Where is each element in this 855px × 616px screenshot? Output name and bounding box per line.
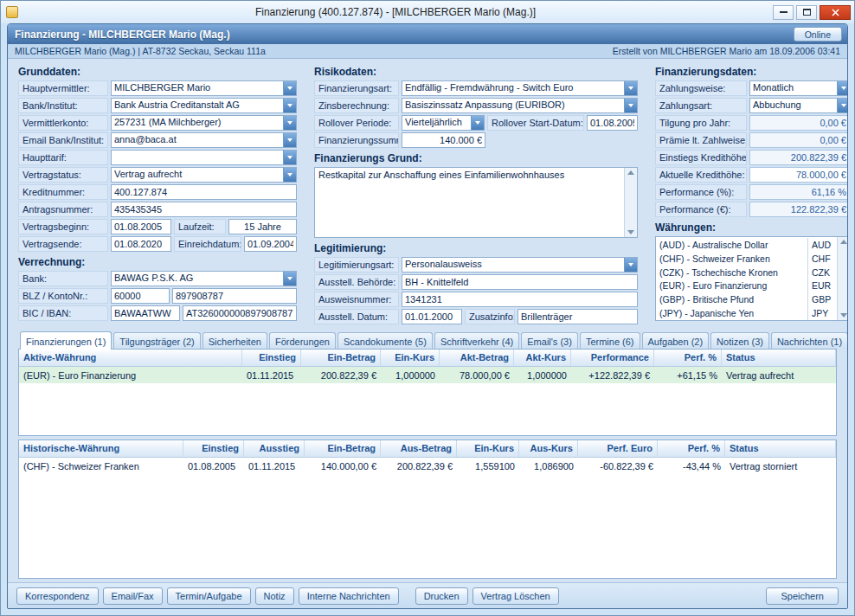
column-header[interactable]: Performance (571, 350, 654, 366)
titlebar[interactable]: Finanzierung (400.127.874) - [MILCHBERGE… (1, 1, 854, 23)
kreditnummer-label: Kreditnummer: (18, 184, 108, 200)
zahlungsweise-select[interactable]: Monatlich (749, 80, 847, 96)
currency-item[interactable]: (JPY) - Japanische Yen JPY (656, 306, 837, 320)
column-header[interactable]: Ein-Kurs (457, 440, 519, 457)
online-button[interactable]: Online (794, 27, 842, 42)
column-header[interactable]: Ein-Betrag (301, 350, 381, 366)
column-header[interactable]: Einstieg (183, 440, 244, 457)
column-header[interactable]: Einstieg (242, 350, 301, 366)
termin-aufgabe-button[interactable]: Termin/Aufgabe (167, 587, 251, 605)
tab-scandokumente[interactable]: Scandokumente (5) (338, 332, 433, 349)
chevron-down-icon (283, 168, 296, 182)
hauptvermittler-select[interactable]: MILCHBERGER Mario (111, 80, 297, 96)
minimize-button[interactable] (773, 5, 794, 20)
vertragsbeginn-input[interactable] (111, 219, 171, 234)
column-header[interactable]: Akt-Betrag (440, 350, 514, 366)
column-header[interactable]: Aktive-Währung (19, 350, 242, 366)
rollover-start-input[interactable] (587, 115, 638, 131)
column-header[interactable]: Ein-Betrag (305, 440, 381, 457)
drucken-button[interactable]: Drucken (415, 587, 468, 605)
verrechnung-bank-select[interactable]: BAWAG P.S.K. AG (111, 271, 297, 286)
tab-notizen[interactable]: Notizen (3) (710, 332, 769, 349)
column-header[interactable]: Status (725, 440, 836, 457)
speichern-button[interactable]: Speichern (766, 587, 839, 605)
bank-institut-select[interactable]: Bank Austria Creditanstalt AG (111, 98, 297, 113)
finanzierungs-grund-textarea[interactable]: Restkapital zur Anschaffung eines Einfam… (315, 168, 624, 237)
email-fax-button[interactable]: Email/Fax (103, 587, 163, 605)
maximize-button[interactable] (796, 5, 817, 20)
main-content: Grunddaten: Hauptvermittler: MILCHBERGER… (8, 59, 847, 582)
tab-sicherheiten[interactable]: Sicherheiten (202, 332, 267, 349)
finanzierungsart-select[interactable]: Endfällig - Fremdwährung - Switch Euro (402, 80, 638, 96)
scroll-down-icon[interactable] (627, 230, 634, 234)
currency-item[interactable]: (CZK) - Tschechische Kronen CZK (656, 266, 837, 279)
column-header[interactable]: Perf. Euro (578, 440, 658, 457)
tab-termine[interactable]: Termine (6) (580, 332, 640, 349)
korrespondenz-button[interactable]: Korrespondenz (16, 587, 99, 605)
notiz-button[interactable]: Notiz (255, 587, 294, 605)
email-bank-select[interactable]: anna@baca.at (111, 132, 297, 148)
scroll-up-icon[interactable] (627, 170, 634, 175)
antragsnummer-label: Antragsnummer: (18, 202, 108, 217)
ausstell-behoerde-row: Ausstell. Behörde: (314, 274, 638, 290)
table-row[interactable]: (EUR) - Euro Finanzierung 01.11.2015 200… (19, 367, 836, 383)
column-header[interactable]: Aus-Betrag (381, 440, 457, 457)
iban-input[interactable] (183, 305, 297, 321)
currency-item[interactable]: (GBP) - Britische Pfund GBP (656, 292, 837, 306)
vertragsbeginn-row: Vertragsbeginn: Laufzeit: (18, 219, 297, 234)
scrollbar[interactable] (624, 168, 637, 237)
vertragstatus-select[interactable]: Vertrag aufrecht (111, 167, 297, 183)
column-header[interactable]: Perf. % (654, 350, 722, 366)
blz-input[interactable] (111, 288, 170, 304)
ausstell-behoerde-input[interactable] (402, 274, 638, 290)
chevron-down-icon (283, 151, 296, 164)
currency-item[interactable]: (AUD) - Australische Dollar AUD (656, 238, 837, 252)
column-header[interactable]: Aus-Kurs (519, 440, 578, 457)
vertragsende-input[interactable] (111, 236, 171, 252)
column-header[interactable]: Perf. % (658, 440, 725, 457)
currency-item[interactable]: (EUR) - Euro Finanzierung EUR (656, 279, 837, 292)
kreditnummer-input[interactable] (111, 184, 297, 200)
praemie-row: Prämie lt. Zahlweise: 0,00 € (655, 132, 847, 148)
scroll-down-icon[interactable] (840, 313, 847, 318)
column-header[interactable]: Akt-Kurs (514, 350, 571, 366)
column-header[interactable]: Historische-Währung (19, 440, 183, 457)
tab-emails[interactable]: Email's (3) (521, 332, 578, 349)
ausstell-datum-input[interactable] (402, 309, 462, 324)
finanzierungssumme-input[interactable] (402, 132, 485, 148)
waehrungen-listbox: (AUD) - Australische Dollar AUD (CHF) - … (655, 236, 847, 321)
column-header[interactable]: Status (722, 350, 836, 366)
zinsberechnung-select[interactable]: Basiszinssatz Anpassung (EURIBOR) (402, 98, 638, 113)
laufzeit-input[interactable] (228, 219, 297, 234)
bic-input[interactable] (111, 305, 180, 321)
vertrag-loeschen-button[interactable]: Vertrag Löschen (472, 587, 559, 605)
kontonr-input[interactable] (172, 288, 297, 304)
haupttarif-select[interactable] (111, 150, 297, 165)
column-header[interactable]: Ausstieg (244, 440, 305, 457)
ausweisnummer-input[interactable] (402, 292, 638, 307)
zusatzinfo-input[interactable] (518, 309, 638, 324)
interne-nachrichten-button[interactable]: Interne Nachrichten (299, 587, 399, 605)
tab-nachrichten[interactable]: Nachrichten (1) (771, 332, 847, 349)
tab-finanzierungen[interactable]: Finanzierungen (1) (20, 331, 112, 350)
zahlungsart-select[interactable]: Abbuchung (749, 98, 847, 113)
vermittlerkonto-select[interactable]: 257231 (MA Milchberger) (111, 115, 297, 131)
rollover-periode-select[interactable]: Vierteljährlich (402, 115, 485, 131)
app-header: Finanzierung - MILCHBERGER Mario (Mag.) … (8, 24, 847, 44)
tab-tilgungstraeger[interactable]: Tilgungsträger (2) (113, 332, 200, 349)
tab-schriftverkehr[interactable]: Schriftverkehr (4) (434, 332, 519, 349)
chevron-down-icon (283, 133, 296, 147)
tab-aufgaben[interactable]: Aufgaben (2) (642, 332, 710, 349)
vertragsende-row: Vertragsende: Einreichdatum: (18, 236, 297, 252)
einreichdatum-input[interactable] (244, 236, 297, 252)
scroll-up-icon[interactable] (840, 240, 847, 244)
tab-foerderungen[interactable]: Förderungen (269, 332, 336, 349)
scrollbar[interactable] (837, 237, 847, 320)
antragsnummer-input[interactable] (111, 202, 297, 217)
table-row[interactable]: (CHF) - Schweizer Franken 01.08.2005 01.… (19, 458, 836, 474)
column-header[interactable]: Ein-Kurs (381, 350, 440, 366)
tilgung-label: Tilgung pro Jahr: (655, 115, 747, 131)
legitimierungsart-select[interactable]: Personalausweiss (402, 257, 638, 273)
currency-item[interactable]: (CHF) - Schweizer Franken CHF (656, 252, 837, 266)
close-button[interactable] (820, 5, 851, 20)
